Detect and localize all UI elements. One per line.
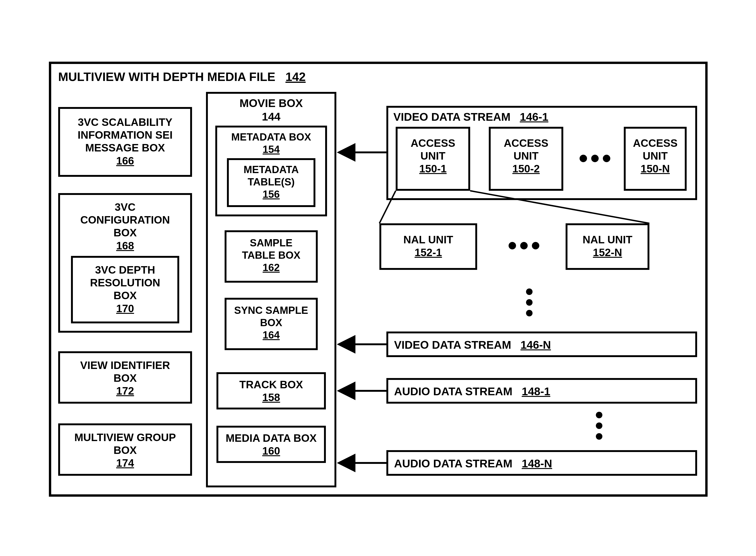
meta-title: METADATA BOX <box>217 131 325 143</box>
grp-l2: BOX <box>60 444 190 457</box>
grp-l1: MULTIVIEW GROUP <box>60 431 190 444</box>
outer-title-ref: 142 <box>285 70 306 83</box>
nal1-ref: 152-1 <box>381 246 475 259</box>
nal-ellipsis <box>508 242 539 249</box>
view-ref: 172 <box>60 385 190 397</box>
box-depth: 3VC DEPTH RESOLUTION BOX 170 <box>71 256 179 323</box>
au2-l2: UNIT <box>491 149 561 162</box>
sync-l1: SYNC SAMPLE <box>227 304 316 317</box>
aun-ref: 150-N <box>626 162 685 175</box>
box-aun: ACCESS UNIT 150-N <box>624 127 687 191</box>
cfg-l1: 3VC <box>60 201 190 214</box>
box-au2: ACCESS UNIT 150-2 <box>489 127 563 191</box>
box-grp: MULTIVIEW GROUP BOX 174 <box>58 423 192 476</box>
videoN-title: VIDEO DATA STREAM <box>394 339 511 351</box>
sei-l3: MESSAGE BOX <box>60 141 190 154</box>
cfg-l3: BOX <box>60 227 190 239</box>
depth-ref: 170 <box>73 302 177 315</box>
cfg-l2: CONFIGURATION <box>60 214 190 227</box>
sei-l2: INFORMATION SEI <box>60 129 190 141</box>
nal1-l1: NAL UNIT <box>381 233 475 246</box>
box-nal1: NAL UNIT 152-1 <box>380 223 477 270</box>
movie-title: MOVIE BOX <box>206 97 336 110</box>
view-l2: BOX <box>60 372 190 385</box>
sample-l2: TABLE BOX <box>227 249 316 262</box>
depth-l3: BOX <box>73 289 177 302</box>
box-au1: ACCESS UNIT 150-1 <box>396 127 470 191</box>
au2-ref: 150-2 <box>491 162 561 175</box>
sync-ref: 164 <box>227 329 316 341</box>
sample-ref: 162 <box>227 262 316 274</box>
diagram-canvas: MULTIVIEW WITH DEPTH MEDIA FILE 142 3VC … <box>0 0 756 556</box>
naln-l1: NAL UNIT <box>567 233 648 246</box>
media-ref: 160 <box>218 445 324 457</box>
au1-l2: UNIT <box>398 149 468 162</box>
audioN-title: AUDIO DATA STREAM <box>394 457 512 470</box>
depth-l2: RESOLUTION <box>73 276 177 289</box>
tables-ref: 156 <box>229 188 314 201</box>
box-media: MEDIA DATA BOX 160 <box>217 426 326 463</box>
videoN-ref: 146-N <box>521 339 551 351</box>
box-metatables: METADATA TABLE(S) 156 <box>227 158 316 207</box>
video1-title-row: VIDEO DATA STREAM 146-1 <box>393 110 548 123</box>
aun-l1: ACCESS <box>626 137 685 149</box>
box-videoN: VIDEO DATA STREAM 146-N <box>386 332 697 357</box>
box-audioN: AUDIO DATA STREAM 148-N <box>386 450 697 476</box>
sample-l1: SAMPLE <box>227 237 316 249</box>
meta-ref: 154 <box>217 143 325 155</box>
au2-l1: ACCESS <box>491 137 561 149</box>
video-vdots <box>526 288 532 316</box>
box-sync: SYNC SAMPLE BOX 164 <box>225 298 318 350</box>
au1-l1: ACCESS <box>398 137 468 149</box>
audioN-ref: 148-N <box>522 457 552 470</box>
box-track: TRACK BOX 158 <box>217 372 326 410</box>
depth-l1: 3VC DEPTH <box>73 264 177 276</box>
track-ref: 158 <box>218 391 324 404</box>
outer-title-text: MULTIVIEW WITH DEPTH MEDIA FILE <box>58 70 275 83</box>
audio1-ref: 148-1 <box>522 385 550 397</box>
tables-l1: METADATA <box>229 164 314 176</box>
audio-vdots <box>596 412 602 440</box>
box-sei: 3VC SCALABILITY INFORMATION SEI MESSAGE … <box>58 107 192 177</box>
audio1-title: AUDIO DATA STREAM <box>394 385 512 397</box>
cfg-ref: 168 <box>60 239 190 252</box>
grp-ref: 174 <box>60 457 190 470</box>
video1-ref: 146-1 <box>520 111 548 123</box>
sync-l2: BOX <box>227 317 316 329</box>
box-view: VIEW IDENTIFIER BOX 172 <box>58 351 192 404</box>
box-audio1: AUDIO DATA STREAM 148-1 <box>386 378 697 404</box>
outer-title: MULTIVIEW WITH DEPTH MEDIA FILE 142 <box>58 70 306 84</box>
tables-l2: TABLE(S) <box>229 176 314 188</box>
box-naln: NAL UNIT 152-N <box>566 223 649 270</box>
au1-ref: 150-1 <box>398 162 468 175</box>
movie-ref: 144 <box>206 110 336 124</box>
naln-ref: 152-N <box>567 246 648 259</box>
track-l1: TRACK BOX <box>218 378 324 391</box>
box-sample: SAMPLE TABLE BOX 162 <box>225 230 318 283</box>
view-l1: VIEW IDENTIFIER <box>60 359 190 372</box>
video1-title: VIDEO DATA STREAM <box>393 111 511 123</box>
sei-l1: 3VC SCALABILITY <box>60 116 190 129</box>
aun-l2: UNIT <box>626 149 685 162</box>
au-ellipsis <box>580 155 610 162</box>
media-l1: MEDIA DATA BOX <box>218 432 324 445</box>
movie-title-block: MOVIE BOX 144 <box>206 97 336 123</box>
sei-ref: 166 <box>60 154 190 167</box>
